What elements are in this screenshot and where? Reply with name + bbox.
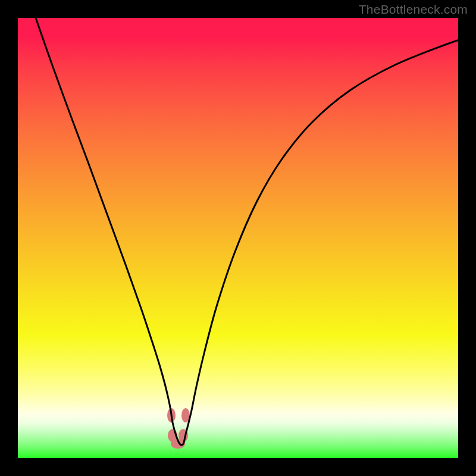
chart-svg [18,18,458,458]
chart-plot-area [18,18,458,458]
chart-frame: TheBottleneck.com [0,0,476,476]
bottleneck-curve [36,18,458,445]
watermark-label: TheBottleneck.com [359,2,468,17]
